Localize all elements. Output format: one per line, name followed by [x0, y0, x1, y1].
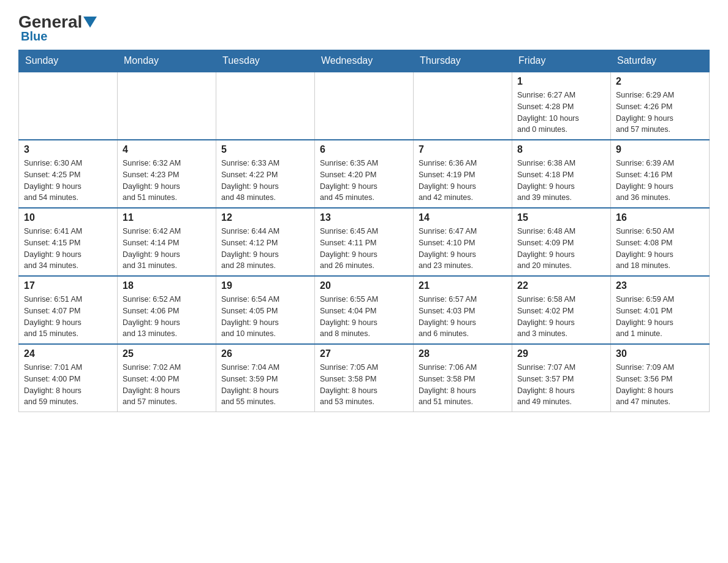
day-number: 17	[24, 280, 112, 291]
calendar-cell: 10Sunrise: 6:41 AM Sunset: 4:15 PM Dayli…	[19, 208, 118, 276]
day-number: 13	[320, 212, 408, 223]
day-number: 19	[221, 280, 309, 291]
day-info: Sunrise: 6:36 AM Sunset: 4:19 PM Dayligh…	[419, 158, 507, 204]
week-row-2: 3Sunrise: 6:30 AM Sunset: 4:25 PM Daylig…	[19, 140, 710, 208]
day-number: 3	[24, 144, 112, 155]
day-info: Sunrise: 6:33 AM Sunset: 4:22 PM Dayligh…	[221, 158, 309, 204]
day-number: 22	[517, 280, 605, 291]
day-info: Sunrise: 6:30 AM Sunset: 4:25 PM Dayligh…	[24, 158, 112, 204]
day-number: 25	[123, 348, 211, 359]
calendar-cell	[414, 72, 512, 140]
day-info: Sunrise: 7:09 AM Sunset: 3:56 PM Dayligh…	[616, 362, 704, 408]
day-info: Sunrise: 7:05 AM Sunset: 3:58 PM Dayligh…	[320, 362, 408, 408]
day-number: 6	[320, 144, 408, 155]
day-info: Sunrise: 6:41 AM Sunset: 4:15 PM Dayligh…	[24, 226, 112, 272]
day-info: Sunrise: 6:58 AM Sunset: 4:02 PM Dayligh…	[517, 294, 605, 340]
day-info: Sunrise: 6:51 AM Sunset: 4:07 PM Dayligh…	[24, 294, 112, 340]
day-number: 24	[24, 348, 112, 359]
calendar-cell: 13Sunrise: 6:45 AM Sunset: 4:11 PM Dayli…	[315, 208, 414, 276]
day-info: Sunrise: 6:52 AM Sunset: 4:06 PM Dayligh…	[123, 294, 211, 340]
calendar-cell: 9Sunrise: 6:39 AM Sunset: 4:16 PM Daylig…	[611, 140, 710, 208]
day-number: 30	[616, 348, 704, 359]
day-info: Sunrise: 6:32 AM Sunset: 4:23 PM Dayligh…	[123, 158, 211, 204]
calendar-cell: 11Sunrise: 6:42 AM Sunset: 4:14 PM Dayli…	[118, 208, 216, 276]
calendar-cell: 7Sunrise: 6:36 AM Sunset: 4:19 PM Daylig…	[414, 140, 512, 208]
day-number: 26	[221, 348, 309, 359]
day-info: Sunrise: 7:01 AM Sunset: 4:00 PM Dayligh…	[24, 362, 112, 408]
week-row-3: 10Sunrise: 6:41 AM Sunset: 4:15 PM Dayli…	[19, 208, 710, 276]
calendar-cell: 2Sunrise: 6:29 AM Sunset: 4:26 PM Daylig…	[611, 72, 710, 140]
day-number: 7	[419, 144, 507, 155]
day-number: 16	[616, 212, 704, 223]
calendar-cell: 23Sunrise: 6:59 AM Sunset: 4:01 PM Dayli…	[611, 276, 710, 344]
day-number: 9	[616, 144, 704, 155]
day-info: Sunrise: 6:35 AM Sunset: 4:20 PM Dayligh…	[320, 158, 408, 204]
day-number: 23	[616, 280, 704, 291]
week-row-5: 24Sunrise: 7:01 AM Sunset: 4:00 PM Dayli…	[19, 344, 710, 412]
day-info: Sunrise: 6:45 AM Sunset: 4:11 PM Dayligh…	[320, 226, 408, 272]
calendar-cell	[118, 72, 216, 140]
calendar-cell: 29Sunrise: 7:07 AM Sunset: 3:57 PM Dayli…	[512, 344, 611, 412]
week-row-1: 1Sunrise: 6:27 AM Sunset: 4:28 PM Daylig…	[19, 72, 710, 140]
calendar-cell	[216, 72, 315, 140]
page-header: GeneralBlue	[18, 12, 710, 44]
day-info: Sunrise: 6:54 AM Sunset: 4:05 PM Dayligh…	[221, 294, 309, 340]
calendar-cell: 12Sunrise: 6:44 AM Sunset: 4:12 PM Dayli…	[216, 208, 315, 276]
calendar-cell	[19, 72, 118, 140]
calendar-cell: 20Sunrise: 6:55 AM Sunset: 4:04 PM Dayli…	[315, 276, 414, 344]
day-info: Sunrise: 7:02 AM Sunset: 4:00 PM Dayligh…	[123, 362, 211, 408]
day-info: Sunrise: 6:50 AM Sunset: 4:08 PM Dayligh…	[616, 226, 704, 272]
calendar-cell: 30Sunrise: 7:09 AM Sunset: 3:56 PM Dayli…	[611, 344, 710, 412]
calendar-cell: 5Sunrise: 6:33 AM Sunset: 4:22 PM Daylig…	[216, 140, 315, 208]
logo: GeneralBlue	[18, 12, 97, 44]
day-info: Sunrise: 6:39 AM Sunset: 4:16 PM Dayligh…	[616, 158, 704, 204]
day-number: 14	[419, 212, 507, 223]
day-number: 21	[419, 280, 507, 291]
day-number: 20	[320, 280, 408, 291]
calendar-cell: 25Sunrise: 7:02 AM Sunset: 4:00 PM Dayli…	[118, 344, 216, 412]
weekday-header-row: SundayMondayTuesdayWednesdayThursdayFrid…	[19, 50, 710, 72]
calendar-cell: 17Sunrise: 6:51 AM Sunset: 4:07 PM Dayli…	[19, 276, 118, 344]
calendar-cell: 8Sunrise: 6:38 AM Sunset: 4:18 PM Daylig…	[512, 140, 611, 208]
weekday-header-thursday: Thursday	[414, 50, 512, 72]
day-number: 29	[517, 348, 605, 359]
day-number: 27	[320, 348, 408, 359]
day-info: Sunrise: 6:55 AM Sunset: 4:04 PM Dayligh…	[320, 294, 408, 340]
calendar-cell: 28Sunrise: 7:06 AM Sunset: 3:58 PM Dayli…	[414, 344, 512, 412]
calendar-cell	[315, 72, 414, 140]
day-info: Sunrise: 6:29 AM Sunset: 4:26 PM Dayligh…	[616, 90, 704, 136]
day-number: 12	[221, 212, 309, 223]
day-info: Sunrise: 6:38 AM Sunset: 4:18 PM Dayligh…	[517, 158, 605, 204]
calendar-cell: 15Sunrise: 6:48 AM Sunset: 4:09 PM Dayli…	[512, 208, 611, 276]
calendar-cell: 27Sunrise: 7:05 AM Sunset: 3:58 PM Dayli…	[315, 344, 414, 412]
calendar-table: SundayMondayTuesdayWednesdayThursdayFrid…	[18, 50, 710, 412]
calendar-cell: 4Sunrise: 6:32 AM Sunset: 4:23 PM Daylig…	[118, 140, 216, 208]
week-row-4: 17Sunrise: 6:51 AM Sunset: 4:07 PM Dayli…	[19, 276, 710, 344]
day-number: 8	[517, 144, 605, 155]
day-number: 15	[517, 212, 605, 223]
day-number: 1	[517, 76, 605, 87]
day-info: Sunrise: 7:06 AM Sunset: 3:58 PM Dayligh…	[419, 362, 507, 408]
logo-triangle-icon	[83, 12, 97, 32]
calendar-cell: 22Sunrise: 6:58 AM Sunset: 4:02 PM Dayli…	[512, 276, 611, 344]
weekday-header-wednesday: Wednesday	[315, 50, 414, 72]
calendar-cell: 1Sunrise: 6:27 AM Sunset: 4:28 PM Daylig…	[512, 72, 611, 140]
calendar-cell: 19Sunrise: 6:54 AM Sunset: 4:05 PM Dayli…	[216, 276, 315, 344]
calendar-cell: 18Sunrise: 6:52 AM Sunset: 4:06 PM Dayli…	[118, 276, 216, 344]
day-info: Sunrise: 6:27 AM Sunset: 4:28 PM Dayligh…	[517, 90, 605, 136]
calendar-cell: 6Sunrise: 6:35 AM Sunset: 4:20 PM Daylig…	[315, 140, 414, 208]
day-number: 4	[123, 144, 211, 155]
calendar-cell: 16Sunrise: 6:50 AM Sunset: 4:08 PM Dayli…	[611, 208, 710, 276]
logo-blue-subtitle: Blue	[21, 29, 47, 44]
calendar-cell: 26Sunrise: 7:04 AM Sunset: 3:59 PM Dayli…	[216, 344, 315, 412]
day-info: Sunrise: 7:07 AM Sunset: 3:57 PM Dayligh…	[517, 362, 605, 408]
calendar-cell: 3Sunrise: 6:30 AM Sunset: 4:25 PM Daylig…	[19, 140, 118, 208]
day-info: Sunrise: 7:04 AM Sunset: 3:59 PM Dayligh…	[221, 362, 309, 408]
day-number: 28	[419, 348, 507, 359]
calendar-cell: 24Sunrise: 7:01 AM Sunset: 4:00 PM Dayli…	[19, 344, 118, 412]
day-number: 10	[24, 212, 112, 223]
day-number: 5	[221, 144, 309, 155]
weekday-header-tuesday: Tuesday	[216, 50, 315, 72]
calendar-cell: 21Sunrise: 6:57 AM Sunset: 4:03 PM Dayli…	[414, 276, 512, 344]
weekday-header-monday: Monday	[118, 50, 216, 72]
